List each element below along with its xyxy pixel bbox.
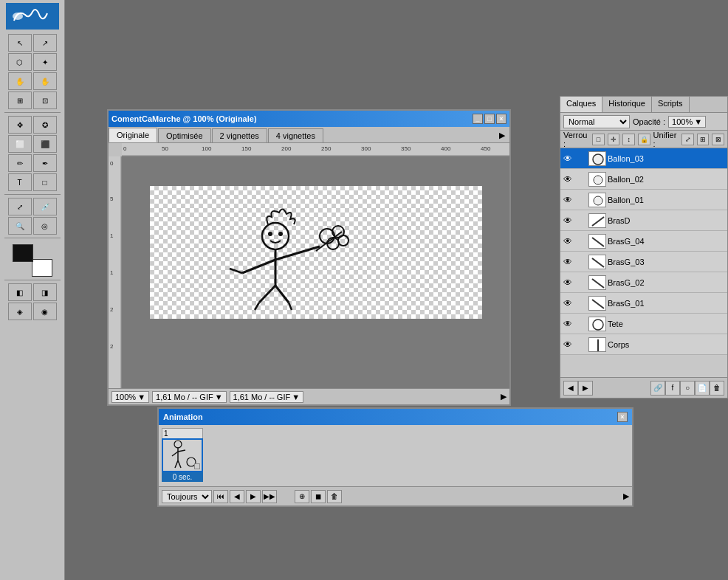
layer-effect-btn[interactable]: f bbox=[665, 381, 680, 396]
loop-select[interactable]: Toujours bbox=[162, 490, 212, 503]
lock-btn-1[interactable]: □ bbox=[592, 134, 605, 145]
move-tool[interactable]: ↗ bbox=[33, 34, 57, 52]
tab-calques[interactable]: Calques bbox=[560, 97, 602, 112]
tab-scripts[interactable]: Scripts bbox=[652, 97, 690, 112]
doc-titlebar[interactable]: ComentCaMarche @ 100% (Originale) _ □ × bbox=[109, 111, 509, 127]
eye-icon[interactable]: 👁 bbox=[562, 194, 574, 206]
slice-tool[interactable]: ⊞ bbox=[8, 92, 32, 109]
anim-first-btn[interactable]: ⏮ bbox=[213, 490, 228, 503]
mask-tool-2[interactable]: ◨ bbox=[33, 283, 57, 301]
layer-mask-btn[interactable]: ○ bbox=[680, 381, 695, 396]
layer-row-corps[interactable]: 👁 Corps bbox=[560, 334, 727, 355]
select-tool[interactable]: ↖ bbox=[8, 34, 32, 52]
layer-row-brasg02[interactable]: 👁 BrasG_02 bbox=[560, 272, 727, 293]
tab-4vignettes[interactable]: 4 vignettes bbox=[268, 128, 323, 142]
tabs-arrow[interactable]: ▶ bbox=[495, 128, 509, 142]
layers-footer: ◀ ▶ 🔗 f ○ 📄 🗑 bbox=[560, 377, 727, 398]
layer-row-ballon01[interactable]: 👁 Ballon_01 bbox=[560, 190, 727, 210]
lock-btn-2[interactable]: ✛ bbox=[608, 134, 620, 145]
heal-tool[interactable]: ✥ bbox=[8, 116, 32, 134]
anim-close-btn[interactable]: × bbox=[617, 412, 628, 422]
eye-icon[interactable]: 👁 bbox=[562, 256, 574, 268]
stamp-tool[interactable]: ✪ bbox=[33, 116, 57, 134]
magic-tool[interactable]: ✦ bbox=[33, 53, 57, 71]
layer-link-btn[interactable]: 🔗 bbox=[650, 381, 665, 396]
tab-optimisee[interactable]: Optimisée bbox=[158, 128, 211, 142]
hand-tool[interactable]: ✋ bbox=[33, 72, 57, 90]
extra-tool-2[interactable]: ◉ bbox=[33, 303, 57, 320]
layer-name: Ballon_01 bbox=[608, 196, 726, 204]
mask-tool-1[interactable]: ◧ bbox=[8, 283, 32, 301]
layer-thumb bbox=[588, 234, 606, 249]
eye-icon[interactable]: 👁 bbox=[562, 215, 574, 227]
layer-new-btn[interactable]: 📄 bbox=[695, 381, 710, 396]
shape-tool[interactable]: □ bbox=[33, 173, 57, 191]
unite-btn-3[interactable]: ⊠ bbox=[712, 134, 724, 145]
tool-row-12: ◈ ◉ bbox=[8, 303, 57, 320]
lasso-tool[interactable]: ⬡ bbox=[8, 53, 32, 71]
scroll-right[interactable]: ▶ bbox=[501, 392, 506, 401]
transform-tool[interactable]: ⤢ bbox=[8, 198, 32, 215]
frame-time[interactable]: 0 sec. bbox=[162, 472, 203, 482]
brush-tool[interactable]: ✏ bbox=[8, 154, 32, 172]
layer-row-tete[interactable]: 👁 Tete bbox=[560, 314, 727, 334]
lock-btn-4[interactable]: 🔒 bbox=[638, 134, 650, 145]
eye-icon[interactable]: 👁 bbox=[562, 318, 574, 330]
slice-sel-tool[interactable]: ⊡ bbox=[33, 92, 57, 109]
zoom-dropdown[interactable]: 100% ▼ bbox=[111, 391, 149, 403]
maximize-button[interactable]: □ bbox=[484, 114, 495, 124]
layer-row-ballon03[interactable]: 👁 Ballon_03 bbox=[560, 148, 727, 169]
minimize-button[interactable]: _ bbox=[473, 114, 483, 124]
layer-trash-btn[interactable]: 🗑 bbox=[710, 381, 724, 396]
layer-row-brasg03[interactable]: 👁 BrasG_03 bbox=[560, 252, 727, 272]
layer-row-ballon02[interactable]: 👁 Ballon_02 bbox=[560, 169, 727, 190]
anim-tween-btn[interactable]: ⊕ bbox=[295, 490, 309, 503]
opacity-input[interactable]: 100% ▼ bbox=[668, 116, 706, 128]
bg-eraser-tool[interactable]: ⬛ bbox=[33, 135, 57, 153]
blend-mode-select[interactable]: Normal bbox=[563, 115, 630, 128]
tab-originale[interactable]: Originale bbox=[109, 128, 157, 142]
canvas-scroll-area[interactable] bbox=[122, 156, 509, 388]
svg-line-27 bbox=[255, 303, 259, 310]
text-tool[interactable]: T bbox=[8, 173, 32, 191]
lock-icon bbox=[575, 297, 587, 309]
frame-thumb[interactable] bbox=[162, 438, 203, 472]
anim-scroll-right[interactable]: ▶ bbox=[623, 491, 629, 501]
eyedropper-tool[interactable]: 💉 bbox=[33, 198, 57, 215]
lock-btn-3[interactable]: ↕ bbox=[622, 134, 635, 145]
layer-row-brasg04[interactable]: 👁 BrasG_04 bbox=[560, 231, 727, 252]
eye-icon[interactable]: 👁 bbox=[562, 339, 574, 351]
anim-play-btn[interactable]: ▶ bbox=[246, 490, 261, 503]
layers-next-btn[interactable]: ▶ bbox=[578, 381, 593, 396]
tool-row-11: ◧ ◨ bbox=[8, 283, 57, 301]
filesize-2[interactable]: 1,61 Mo / -- GIF ▼ bbox=[230, 391, 304, 403]
svg-text:250: 250 bbox=[321, 145, 332, 152]
zoom-tool[interactable]: 🔍 bbox=[8, 217, 32, 235]
filesize-1[interactable]: 1,61 Mo / -- GIF ▼ bbox=[152, 391, 227, 403]
close-button[interactable]: × bbox=[496, 114, 506, 124]
layer-row-brasd[interactable]: 👁 BrasD bbox=[560, 210, 727, 231]
anim-titlebar[interactable]: Animation × bbox=[159, 409, 632, 425]
eye-icon[interactable]: 👁 bbox=[562, 173, 574, 185]
crop-tool[interactable]: ✋ bbox=[8, 72, 32, 90]
eye-icon[interactable]: 👁 bbox=[562, 277, 574, 289]
tab-historique[interactable]: Historique bbox=[602, 97, 652, 112]
eye-icon[interactable]: 👁 bbox=[562, 235, 574, 247]
anim-next-btn[interactable]: ▶▶ bbox=[262, 490, 277, 503]
anim-dup-btn[interactable]: ◼ bbox=[311, 490, 326, 503]
pencil-tool[interactable]: ✒ bbox=[33, 154, 57, 172]
eye-icon[interactable]: 👁 bbox=[562, 153, 574, 165]
tab-2vignettes[interactable]: 2 vignettes bbox=[212, 128, 267, 142]
extra-tool-1[interactable]: ◈ bbox=[8, 303, 32, 320]
anim-prev-btn[interactable]: ◀ bbox=[230, 490, 244, 503]
layers-prev-btn[interactable]: ◀ bbox=[563, 381, 578, 396]
background-color-swatch[interactable] bbox=[32, 259, 52, 277]
eraser-tool[interactable]: ⬜ bbox=[8, 135, 32, 153]
foreground-color-swatch[interactable] bbox=[13, 244, 33, 262]
eye-icon[interactable]: 👁 bbox=[562, 297, 574, 309]
unite-btn-1[interactable]: ⤢ bbox=[681, 134, 694, 145]
3d-tool[interactable]: ◎ bbox=[33, 217, 57, 235]
layer-row-brasg01[interactable]: 👁 BrasG_01 bbox=[560, 293, 727, 314]
unite-btn-2[interactable]: ⊞ bbox=[697, 134, 710, 145]
anim-del-btn[interactable]: 🗑 bbox=[327, 490, 342, 503]
